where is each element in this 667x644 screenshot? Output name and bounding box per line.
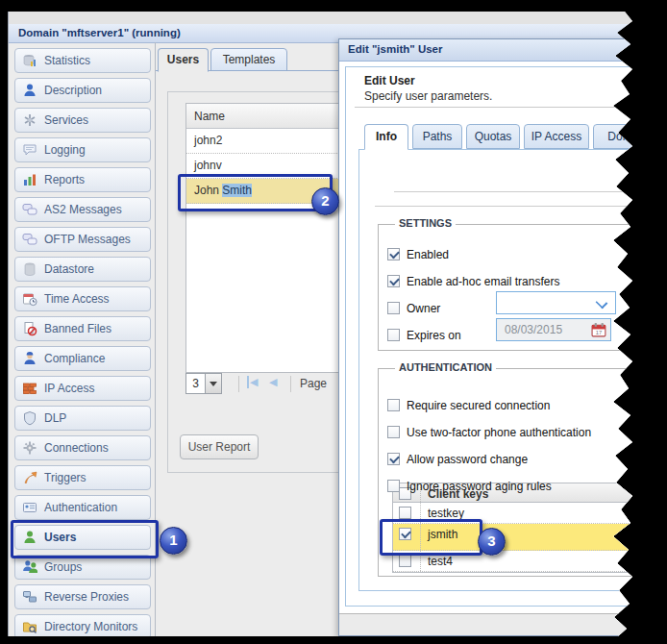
triggers-icon	[22, 470, 37, 485]
sidebar-item-authentication[interactable]: Authentication	[14, 495, 151, 520]
checkbox-label: Enable ad-hoc email transfers	[407, 275, 559, 288]
sidebar-item-statistics[interactable]: Statistics	[14, 48, 151, 73]
sidebar-item-label: OFTP Messages	[44, 233, 131, 246]
page-size-value: 3	[185, 373, 206, 394]
column-divider	[420, 551, 422, 571]
page-size-dropdown-button[interactable]	[205, 373, 222, 394]
sidebar-item-oftp-messages[interactable]: OFTP Messages	[14, 227, 151, 252]
table-cell-name: johnv	[194, 159, 222, 172]
sidebar-item-as2-messages[interactable]: AS2 Messages	[14, 197, 151, 222]
expires-on-date-field[interactable]: 08/03/2015 17	[496, 318, 611, 341]
annotation-badge-1: 1	[160, 527, 187, 555]
dialog-tab-quotas[interactable]: Quotas	[466, 124, 520, 149]
sidebar-item-services[interactable]: Services	[14, 108, 151, 133]
window-top-strip	[9, 12, 634, 24]
sidebar-item-compliance[interactable]: Compliance	[14, 346, 151, 371]
pagination-separator	[238, 376, 239, 392]
checkbox-label: Allow password change	[407, 453, 528, 466]
settings-legend: SETTINGS	[395, 217, 456, 229]
use-two-factor-phone-authentication-checkbox[interactable]	[387, 426, 400, 438]
sidebar-item-label: Directory Monitors	[44, 620, 137, 633]
statistics-icon	[22, 53, 37, 68]
page-label: Page	[300, 377, 327, 390]
sidebar-item-users[interactable]: Users	[14, 525, 151, 550]
ignore-password-aging-rules-checkbox[interactable]	[387, 480, 400, 492]
table-cell-name: john2	[194, 134, 222, 147]
sidebar-item-label: Reports	[44, 173, 85, 186]
checkbox-label: Enabled	[407, 248, 449, 261]
sidebar-item-banned-files[interactable]: Banned Files	[14, 316, 151, 341]
user-report-button[interactable]: User Report	[180, 434, 259, 459]
sidebar-item-label: Connections	[44, 441, 109, 455]
reverse-proxies-icon	[22, 589, 37, 605]
column-divider	[420, 503, 422, 523]
allow-password-change-checkbox[interactable]	[387, 453, 400, 465]
dialog-footer	[339, 613, 664, 635]
selected-text: Smith	[222, 184, 252, 197]
dialog-tab-ip-access[interactable]: IP Access	[524, 124, 589, 149]
checkbox-label: Expires on	[407, 329, 461, 342]
sidebar-item-connections[interactable]: Connections	[14, 435, 151, 460]
jsmith-checkbox[interactable]	[399, 528, 411, 540]
directory-monitors-icon	[22, 619, 37, 634]
dialog-titlebar[interactable]: Edit "jsmith" User	[339, 39, 664, 62]
owner-select[interactable]	[496, 291, 616, 314]
datastore-icon	[22, 261, 37, 277]
tab-users[interactable]: Users	[158, 48, 209, 72]
sidebar-item-label: DLP	[44, 411, 66, 425]
sidebar-item-directory-monitors[interactable]: Directory Monitors	[14, 614, 151, 639]
checkbox-label: Owner	[407, 302, 440, 315]
services-icon	[22, 112, 37, 128]
sidebar-item-dlp[interactable]: DLP	[14, 406, 151, 431]
sidebar-item-ip-access[interactable]: IP Access	[14, 376, 151, 401]
sidebar-item-label: Datastore	[44, 262, 94, 276]
table-cell-name: John Smith	[194, 184, 252, 197]
expires-on-checkbox[interactable]	[387, 329, 400, 341]
sidebar-item-label: Triggers	[44, 471, 86, 484]
sidebar-item-label: Groups	[44, 560, 82, 574]
sidebar-item-triggers[interactable]: Triggers	[14, 465, 151, 490]
banned-files-icon	[22, 321, 37, 336]
calendar-icon[interactable]: 17	[591, 322, 607, 338]
sidebar-item-logging[interactable]: Logging	[14, 137, 151, 162]
table-header-name[interactable]: Name	[186, 104, 353, 129]
dialog-heading: Edit User	[364, 74, 415, 87]
client-key-row-test4[interactable]: test4	[393, 551, 667, 572]
sidebar-item-description[interactable]: Description	[14, 78, 151, 103]
oftp-messages-icon	[22, 232, 37, 247]
sidebar-item-datastore[interactable]: Datastore	[14, 257, 151, 282]
checkbox-label: Use two-factor phone authentication	[407, 426, 591, 439]
tab-templates[interactable]: Templates	[210, 48, 287, 71]
ip-access-icon	[22, 381, 37, 396]
logging-icon	[22, 142, 37, 158]
client-keys-table: Client keystestkeyjsmithtest4	[392, 483, 667, 573]
table-row[interactable]: john2	[186, 129, 353, 154]
dialog-tab-domain[interactable]: Domain	[593, 124, 662, 149]
dialog-tab-info[interactable]: Info	[364, 124, 408, 150]
table-row[interactable]: johnv	[186, 154, 353, 179]
sidebar-item-groups[interactable]: Groups	[14, 555, 151, 580]
annotation-badge-3: 3	[478, 528, 506, 556]
client-key-row-jsmith[interactable]: jsmith	[393, 524, 667, 551]
enable-ad-hoc-email-transfers-checkbox[interactable]	[387, 275, 400, 287]
sidebar-item-reports[interactable]: Reports	[14, 167, 151, 192]
sidebar-item-time-access[interactable]: Time Access	[14, 286, 151, 311]
test4-checkbox[interactable]	[399, 555, 411, 567]
first-page-icon[interactable]: ◀	[247, 376, 258, 388]
cutoff-content-line-2	[375, 206, 667, 207]
enabled-checkbox[interactable]	[387, 248, 400, 260]
sidebar-item-reverse-proxies[interactable]: Reverse Proxies	[14, 584, 151, 609]
client-key-row-testkey[interactable]: testkey	[393, 503, 667, 524]
dialog-tab-paths[interactable]: Paths	[412, 124, 462, 149]
testkey-checkbox[interactable]	[399, 507, 411, 519]
sidebar-item-label: AS2 Messages	[44, 203, 122, 216]
owner-checkbox[interactable]	[387, 302, 400, 314]
checkbox-label: Require secured connection	[407, 399, 550, 412]
sidebar-divider	[155, 42, 156, 636]
sidebar-item-label: Services	[44, 113, 88, 127]
dialog-title: Edit "jsmith" User	[348, 43, 442, 55]
dlp-icon	[22, 410, 37, 426]
require-secured-connection-checkbox[interactable]	[387, 399, 400, 411]
prev-page-icon[interactable]: ◀	[269, 376, 277, 388]
compliance-icon	[22, 351, 37, 366]
